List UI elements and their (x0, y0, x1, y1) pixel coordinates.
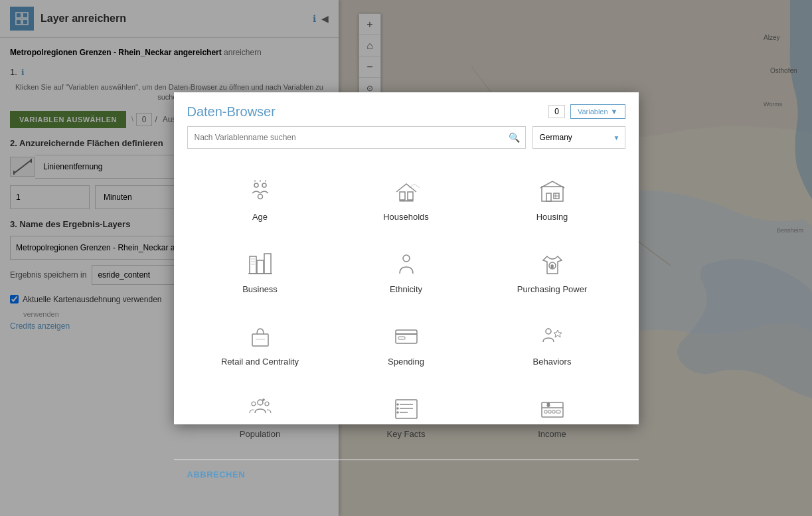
selected-count-num: 0 (548, 105, 565, 118)
category-key-facts[interactable]: Key Facts (333, 381, 479, 453)
cancel-button[interactable]: ABBRECHEN (187, 470, 246, 479)
category-retail[interactable]: Retail and Centrality (187, 308, 333, 381)
svg-rect-60 (548, 410, 551, 413)
retail-icon (246, 322, 275, 351)
svg-rect-62 (556, 410, 560, 413)
modal-header: Daten-Browser 0 Variablen ▼ (174, 92, 639, 126)
svg-rect-43 (398, 337, 405, 339)
category-age-label: Age (252, 212, 268, 222)
svg-point-36 (403, 255, 410, 262)
age-icon (246, 177, 275, 207)
category-retail-label: Retail and Centrality (221, 357, 299, 367)
behaviors-icon (538, 322, 567, 351)
svg-text:$: $ (551, 264, 554, 268)
daten-browser-modal: Daten-Browser 0 Variablen ▼ 🔍 Germany ▼ (174, 92, 639, 424)
search-icon: 🔍 (509, 132, 520, 143)
svg-point-44 (546, 329, 551, 334)
category-households[interactable]: Households (333, 163, 479, 236)
category-purchasing-power-label: Purchasing Power (517, 284, 588, 294)
search-box: 🔍 (187, 126, 526, 149)
country-select-wrapper: Germany ▼ (532, 126, 625, 149)
category-behaviors-label: Behaviors (533, 357, 572, 367)
svg-rect-25 (546, 193, 551, 201)
modal-title: Daten-Browser (187, 104, 276, 120)
category-population-label: Population (240, 429, 280, 439)
svg-rect-23 (400, 201, 413, 201)
svg-point-56 (397, 412, 398, 413)
svg-point-16 (262, 183, 266, 187)
business-icon (246, 250, 275, 279)
svg-rect-39 (252, 334, 268, 346)
category-behaviors[interactable]: Behaviors (479, 308, 625, 381)
modal-footer: ABBRECHEN (174, 460, 639, 488)
key-facts-icon (392, 394, 421, 424)
dropdown-arrow-icon: ▼ (611, 108, 618, 116)
ausgewahlte-button[interactable]: Variablen ▼ (570, 104, 625, 119)
svg-point-55 (397, 408, 398, 409)
category-ethnicity-label: Ethnicity (390, 284, 422, 294)
svg-rect-22 (408, 192, 413, 200)
category-households-label: Households (383, 212, 429, 222)
search-input[interactable] (195, 133, 519, 142)
svg-point-47 (265, 402, 269, 406)
category-housing-label: Housing (536, 212, 568, 222)
category-grid: Age Households (174, 157, 639, 460)
svg-rect-31 (264, 254, 271, 274)
modal-header-right: 0 Variablen ▼ (548, 104, 625, 119)
svg-rect-30 (257, 260, 264, 274)
purchasing-power-icon: $ (538, 250, 567, 279)
category-age[interactable]: Age (187, 163, 333, 236)
svg-rect-50 (396, 400, 417, 418)
svg-rect-21 (400, 192, 405, 200)
category-housing[interactable]: Housing (479, 163, 625, 236)
svg-rect-24 (542, 187, 563, 201)
ethnicity-icon (392, 250, 421, 279)
modal-overlay: Daten-Browser 0 Variablen ▼ 🔍 Germany ▼ (0, 0, 812, 516)
category-population[interactable]: Population (187, 381, 333, 453)
spending-icon (392, 322, 421, 351)
category-income-label: Income (538, 429, 566, 439)
income-icon: $ (538, 394, 567, 424)
svg-point-54 (397, 404, 398, 405)
population-icon (246, 394, 275, 424)
svg-point-45 (258, 400, 263, 405)
category-spending[interactable]: Spending (333, 308, 479, 381)
svg-rect-59 (544, 410, 547, 413)
category-income[interactable]: $ Income (479, 381, 625, 453)
svg-text:$: $ (547, 402, 550, 407)
ausgewahlte-label: Variablen (578, 108, 608, 116)
category-purchasing-power[interactable]: $ Purchasing Power (479, 236, 625, 308)
svg-point-17 (258, 194, 262, 199)
category-spending-label: Spending (388, 357, 424, 367)
category-ethnicity[interactable]: Ethnicity (333, 236, 479, 308)
svg-rect-61 (552, 410, 555, 413)
svg-point-46 (252, 402, 256, 406)
svg-rect-57 (542, 402, 563, 417)
category-key-facts-label: Key Facts (387, 429, 426, 439)
category-business[interactable]: Business (187, 236, 333, 308)
housing-icon (538, 177, 567, 207)
svg-point-15 (254, 183, 258, 187)
country-select[interactable]: Germany (532, 126, 625, 149)
households-icon (392, 177, 421, 207)
modal-search-row: 🔍 Germany ▼ (174, 126, 639, 157)
category-business-label: Business (242, 284, 278, 294)
